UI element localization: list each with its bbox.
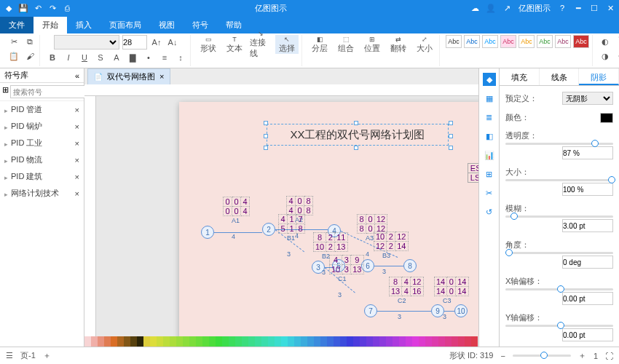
help-icon[interactable]: ? [558,4,567,12]
ruler-horizontal [84,84,478,96]
clip-rail-icon[interactable]: ✂ [483,186,496,199]
doc-tab[interactable]: 📄 双代号网络图 × [87,68,170,85]
text-button[interactable]: T文本 [223,35,246,54]
color-palette[interactable] [84,336,478,347]
yoff-input[interactable] [562,328,613,341]
position-button[interactable]: ⊞位置 [360,35,384,54]
menu-tab-2[interactable]: 页面布局 [100,17,150,33]
network-node[interactable]: 10 [454,304,468,317]
collapse-icon[interactable]: « [75,71,79,80]
menu-tab-1[interactable]: 插入 [67,17,100,33]
font-select[interactable]: 黑体 [54,35,119,50]
fit-icon[interactable]: ⛶ [605,352,613,360]
group-button[interactable]: ⬚组合 [334,35,358,54]
save-icon[interactable]: 💾 [19,4,28,12]
bold-icon[interactable]: B [46,51,59,64]
blur-input[interactable] [562,219,613,232]
network-node[interactable]: 8 [403,259,417,272]
format-painter-icon[interactable]: 🖌 [23,50,36,63]
share-icon[interactable]: ↗ [502,4,511,12]
quick-styles[interactable]: Abc Abc Abc Abc Abc Abc Abc Abc [446,35,589,48]
nav-rail-icon[interactable]: ▦ [483,92,496,105]
color-swatch[interactable] [600,113,613,123]
menu-file[interactable]: 文件 [0,17,33,33]
zoom-value: 1 [594,352,598,360]
library-item[interactable]: PID 工业× [0,135,84,151]
align-icon[interactable]: ≡ [158,51,171,64]
minimize-icon[interactable]: ━ [574,4,583,12]
layer-button[interactable]: ◧分层 [308,35,331,54]
shadow-size-input[interactable] [562,183,613,196]
network-node[interactable]: 7 [364,304,377,317]
library-item[interactable]: PID 物流× [0,151,84,168]
share-label[interactable]: 亿图图示 [519,3,551,14]
network-node[interactable]: 1 [201,226,214,239]
xoff-input[interactable] [562,292,613,305]
tab-shadow[interactable]: 阴影 [579,68,619,85]
select-button[interactable]: ↖选择 [275,35,299,54]
redo-icon[interactable]: ↷ [48,4,57,12]
app-title: 亿图图示 [255,3,287,14]
cut-icon[interactable]: ✂ [7,35,20,48]
page-nav-icon[interactable]: ☰ [6,351,13,360]
network-node[interactable]: 2 [262,223,275,236]
library-item[interactable]: PID 管道× [0,101,84,118]
tab-line[interactable]: 线条 [540,68,580,85]
menu-tab-4[interactable]: 符号 [184,17,217,33]
effects-icon[interactable]: ☀ [615,50,619,63]
format-panel: 填充 线条 阴影 预定义：无阴影 颜色： 透明度： 大小： 模糊： 角度： X轴… [499,68,619,347]
angle-input[interactable] [562,256,613,269]
library-add-icon[interactable]: ⊞ [2,85,9,98]
line-icon[interactable]: ╲ [615,35,619,48]
user-icon[interactable]: 👤 [486,4,495,12]
cloud-icon[interactable]: ☁ [470,4,479,12]
fill-icon[interactable]: ◐ [599,35,612,48]
flip-button[interactable]: ⇄翻转 [387,35,410,54]
font-size-input[interactable] [122,35,147,50]
underline-icon[interactable]: U [78,51,91,64]
library-item[interactable]: PID 建筑× [0,168,84,185]
font-color-icon[interactable]: A [110,51,123,64]
zoom-in-icon[interactable]: ＋ [578,350,586,361]
bullet-icon[interactable]: • [142,51,155,64]
menu-tab-3[interactable]: 视图 [150,17,184,33]
close-icon[interactable]: ✕ [606,4,615,12]
canvas-wrap: 📄 双代号网络图 × XX工程的双代号网络计划图 ESTFEFLSFFLF 总工… [84,68,478,347]
decrease-font-icon[interactable]: A↓ [166,36,179,49]
page[interactable]: XX工程的双代号网络计划图 ESTFEFLSFFLF 总工期：T=17d 123… [179,102,478,336]
copy-icon[interactable]: ⧉ [23,35,36,48]
theme-rail-icon[interactable]: ◧ [483,130,496,143]
italic-icon[interactable]: I [62,51,75,64]
menu-tab-5[interactable]: 帮助 [217,17,251,33]
highlight-icon[interactable]: ▇ [126,51,139,64]
line-spacing-icon[interactable]: ↕ [174,51,187,64]
table-rail-icon[interactable]: ⊞ [483,167,496,181]
menu-tab-0[interactable]: 开始 [33,17,67,33]
tab-close-icon[interactable]: × [159,72,164,81]
tab-fill[interactable]: 填充 [500,68,540,85]
theme-icon[interactable]: ◑ [599,50,612,63]
library-item[interactable]: PID 锅炉× [0,118,84,135]
preset-select[interactable]: 无阴影 [562,92,613,105]
strike-icon[interactable]: S [94,51,107,64]
chart-rail-icon[interactable]: 📊 [483,149,496,162]
diagram-title[interactable]: XX工程的双代号网络计划图 [267,124,449,146]
page-label[interactable]: 页-1 [20,350,36,361]
titlebar: ◆ 💾 ↶ ↷ ⎙ 亿图图示 ☁ 👤 ↗ 亿图图示 ? ━ ☐ ✕ [0,0,619,16]
zoom-out-icon[interactable]: − [500,352,505,360]
history-rail-icon[interactable]: ↺ [483,205,496,218]
layers-rail-icon[interactable]: ≣ [483,111,496,124]
paste-icon[interactable]: 📋 [7,50,20,63]
shape-button[interactable]: ▭形状 [197,35,220,54]
undo-icon[interactable]: ↶ [33,4,42,12]
connector-button[interactable]: ↘连接线 [249,35,272,54]
print-icon[interactable]: ⎙ [63,4,71,12]
opacity-input[interactable] [562,146,613,159]
maximize-icon[interactable]: ☐ [590,4,599,12]
shape-id: 形状 ID: 319 [449,350,494,361]
style-rail-icon[interactable]: ◆ [483,73,496,86]
add-page-icon[interactable]: ＋ [43,350,51,361]
size-button[interactable]: ⤢大小 [413,35,436,54]
library-item[interactable]: 网络计划技术× [0,185,84,202]
increase-font-icon[interactable]: A↑ [150,36,163,49]
